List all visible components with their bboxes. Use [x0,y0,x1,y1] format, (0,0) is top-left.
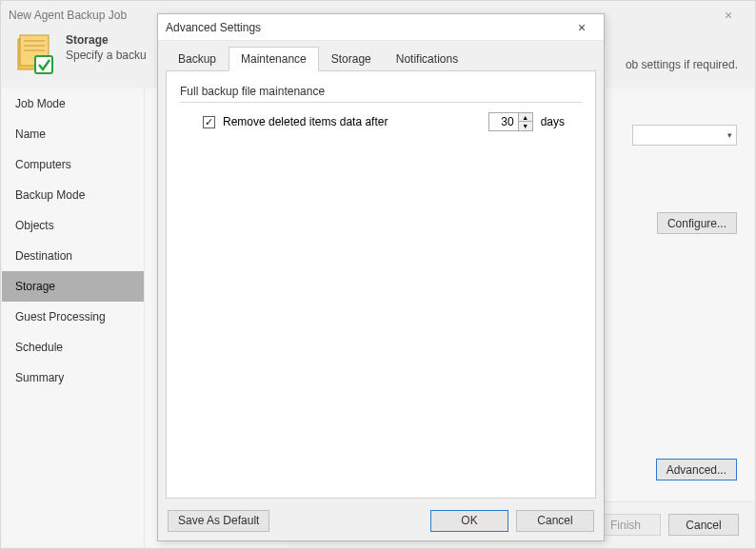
tab-storage[interactable]: Storage [319,47,384,71]
svg-rect-5 [35,56,52,73]
cancel-button[interactable]: Cancel [668,514,739,536]
separator [180,102,582,103]
sidebar-item-backup-mode[interactable]: Backup Mode [2,180,144,210]
configure-button[interactable]: Configure... [657,212,737,234]
spinner-down-icon[interactable]: ▼ [519,122,532,130]
wizard-header-text: Storage Specify a backu [66,33,147,62]
days-suffix: days [541,115,565,128]
page-subtitle: Specify a backu [66,49,147,62]
check-icon: ✓ [205,117,213,127]
full-backup-maintenance-group: Full backup file maintenance ✓ Remove de… [180,85,582,131]
sidebar-item-job-mode[interactable]: Job Mode [2,88,144,119]
sidebar-item-schedule[interactable]: Schedule [2,332,144,363]
page-title: Storage [66,33,147,47]
dialog-tabs: Backup Maintenance Storage Notifications [166,47,596,71]
sidebar-item-summary[interactable]: Summary [2,363,144,393]
remove-deleted-label: Remove deleted items data after [223,115,388,128]
ok-button[interactable]: OK [430,510,508,532]
sidebar-item-destination[interactable]: Destination [2,241,144,271]
tab-maintenance[interactable]: Maintenance [229,47,319,71]
sidebar-item-name[interactable]: Name [2,119,144,149]
dialog-footer: Save As Default OK Cancel [158,500,604,540]
days-value: 30 [489,115,518,128]
close-icon[interactable]: × [567,20,596,35]
sidebar-item-storage[interactable]: Storage [2,271,144,302]
dialog-title: Advanced Settings [166,21,567,34]
sidebar-item-guest-processing[interactable]: Guest Processing [2,302,144,332]
cancel-button[interactable]: Cancel [516,510,594,532]
tab-notifications[interactable]: Notifications [384,47,470,71]
close-icon[interactable]: × [709,8,747,23]
advanced-button[interactable]: Advanced... [656,459,737,480]
repository-select[interactable]: ▾ [632,125,737,146]
advanced-settings-dialog: Advanced Settings × Backup Maintenance S… [157,13,605,541]
dialog-titlebar: Advanced Settings × [158,14,604,41]
tab-backup[interactable]: Backup [166,47,229,71]
sidebar-item-objects[interactable]: Objects [2,210,144,241]
spinner-up-icon[interactable]: ▲ [519,113,532,122]
chevron-down-icon: ▾ [727,130,732,140]
tab-maintenance-page: Full backup file maintenance ✓ Remove de… [166,70,596,499]
storage-icon [16,33,54,75]
remove-deleted-checkbox[interactable]: ✓ [203,116,215,128]
days-spinner[interactable]: 30 ▲ ▼ [488,112,533,131]
wizard-sidebar: Job Mode Name Computers Backup Mode Obje… [2,88,145,547]
group-title: Full backup file maintenance [180,85,582,98]
sidebar-item-computers[interactable]: Computers [2,149,144,180]
save-as-default-button[interactable]: Save As Default [168,510,269,532]
remove-deleted-row: ✓ Remove deleted items data after 30 ▲ ▼… [180,112,582,131]
page-subtitle-right: ob settings if required. [626,58,738,71]
